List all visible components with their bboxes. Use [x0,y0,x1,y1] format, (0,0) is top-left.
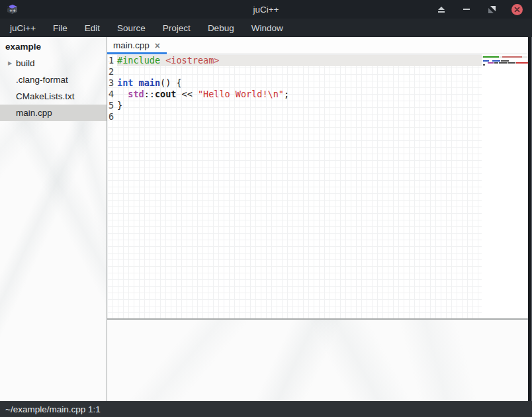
code-line-text: int main() { [117,77,482,89]
shade-button[interactable] [433,2,450,17]
menu-item-source[interactable]: Source [109,20,154,36]
window-body: example▶build.clang-formatCMakeLists.txt… [0,37,532,401]
minimap-token [483,64,485,66]
line-number: 1 [107,55,117,66]
minimap-token [483,56,499,58]
code-line: 4 std::cout << "Hello World!\n"; [107,89,482,100]
app-window: ++ juCi++ juCi++FileEditS [0,0,532,417]
code-token: << [176,89,198,99]
line-number: 6 [107,111,117,122]
tab-main-cpp[interactable]: main.cpp× [107,37,167,54]
menu-item-project[interactable]: Project [154,20,199,36]
code-line: 2 [107,66,482,77]
maximize-button[interactable] [483,2,500,17]
tree-root-label: example [5,42,41,52]
tab-bar: main.cpp× [107,37,532,54]
menu-item-debug[interactable]: Debug [199,20,243,36]
close-button[interactable] [508,2,525,17]
tree-item-label: .clang-format [16,75,68,85]
code-token [117,89,128,99]
tree-item-label: CMakeLists.txt [16,91,75,101]
scrollbar-track[interactable] [528,37,532,401]
code-line-text [117,111,482,122]
code-token: "Hello World!\n" [198,89,284,99]
editor: 1#include <iostream>23int main() {4 std:… [107,54,532,318]
menu-item-window[interactable]: Window [243,20,292,36]
code-token: int [117,77,133,88]
tree-item-clang-format[interactable]: .clang-format [0,71,107,88]
code-line-text: std::cout << "Hello World!\n"; [117,89,482,100]
file-tree: example▶build.clang-formatCMakeLists.txt… [0,37,107,401]
code-line-text [117,66,482,77]
code-line-text: #include <iostream> [117,55,482,66]
tree-root-example[interactable]: example [0,38,107,55]
tab-close-icon[interactable]: × [155,41,160,50]
code-line: 6 [107,111,482,122]
code-token: std [128,89,144,99]
statusbar-path: ~/example/main.cpp 1:1 [5,404,101,414]
minimap-token [483,62,487,64]
minimap-token [483,60,489,62]
minimap-token [490,60,492,62]
eject-icon [438,7,445,13]
expander-icon[interactable]: ▶ [4,60,16,66]
code-line: 1#include <iostream> [107,55,482,66]
close-icon [511,4,523,15]
line-number: 4 [107,89,117,100]
statusbar: ~/example/main.cpp 1:1 [0,401,532,417]
line-number: 2 [107,66,117,77]
menu-item-edit[interactable]: Edit [76,20,109,36]
minimap-token [499,62,507,64]
maximize-icon [488,6,496,13]
titlebar: ++ juCi++ [0,0,532,19]
menubar: juCi++FileEditSourceProjectDebugWindow [0,19,532,37]
code-token: cout [155,89,177,99]
code-token: :: [144,89,155,99]
code-line: 3int main() { [107,77,482,89]
code-token [160,55,165,66]
main-area: main.cpp× 1#include <iostream>23int main… [107,37,532,401]
tree-item-build[interactable]: ▶build [0,55,107,71]
minimap-token [502,56,522,58]
minimap-token [492,60,500,62]
tree-item-main-cpp[interactable]: main.cpp [0,105,107,121]
tree-item-label: main.cpp [16,108,52,118]
minimap[interactable] [482,54,532,318]
code-area[interactable]: 1#include <iostream>23int main() {4 std:… [107,54,482,318]
line-number: 5 [107,100,117,111]
tab-label: main.cpp [113,40,150,50]
line-number: 3 [107,77,117,89]
code-token: } [117,100,122,111]
minimap-token [500,56,502,58]
code-token: ; [284,89,289,99]
code-line: 5} [107,100,482,111]
window-controls [433,2,525,17]
minimap-line [482,66,532,68]
menu-item-file[interactable]: File [44,20,76,36]
code-token: <iostream> [165,55,219,66]
minimize-icon [463,9,470,10]
minimap-token [508,62,515,64]
minimap-token [488,62,494,64]
output-pane[interactable] [107,320,532,401]
menu-item-juci[interactable]: juCi++ [1,20,44,36]
minimap-token [501,60,509,62]
minimap-token [494,62,498,64]
code-token: () { [160,77,182,88]
code-token [133,77,138,88]
code-token: #include [117,55,160,66]
code-token: main [139,77,161,88]
tree-item-label: build [16,58,35,68]
code-line-text: } [117,100,482,111]
tree-item-cmakelists-txt[interactable]: CMakeLists.txt [0,88,107,105]
minimize-button[interactable] [458,2,475,17]
